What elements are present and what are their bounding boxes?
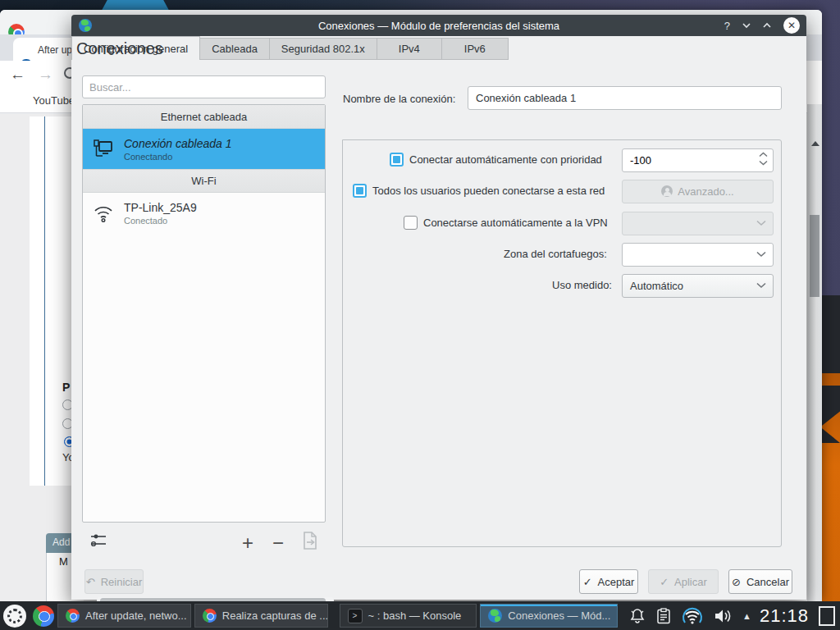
system-tray: ▲ — [629, 606, 751, 626]
connection-name: Conexión cableada 1 — [124, 137, 232, 150]
konsole-icon: > — [348, 609, 363, 623]
apply-button[interactable]: ✓ Aplicar — [648, 569, 719, 594]
reset-label: Reiniciar — [101, 576, 143, 588]
connection-name-label: Nombre de la conexión: — [343, 93, 455, 105]
back-arrow-icon[interactable]: ← — [10, 66, 25, 84]
search-placeholder: Buscar... — [89, 81, 131, 94]
connections-list: Ethernet cableada Conexión cableada 1 Co… — [82, 104, 326, 523]
configure-connections-icon[interactable] — [89, 532, 107, 550]
task-chrome-1[interactable]: After update, netwo... — [57, 604, 191, 628]
reset-button[interactable]: ↶ Reiniciar — [84, 569, 144, 594]
connection-name: TP-Link_25A9 — [124, 201, 197, 214]
browser-scrollbar-thumb[interactable] — [810, 215, 819, 297]
metered-value: Automático — [623, 275, 773, 292]
tab-ipv6[interactable]: IPv6 — [442, 38, 509, 60]
tab-ipv4[interactable]: IPv4 — [377, 38, 442, 60]
chevron-down-icon — [756, 220, 766, 226]
close-button[interactable]: ✕ — [783, 17, 800, 34]
all-users-row: Todos los usuarios pueden conectarse a e… — [353, 184, 605, 198]
dialog-title: Conexiones — Módulo de preferencias del … — [71, 20, 806, 32]
undo-icon: ↶ — [86, 576, 95, 588]
vpn-combobox[interactable] — [622, 212, 774, 235]
metered-label: Uso medido: — [552, 279, 612, 291]
tab-wired[interactable]: Cableada — [200, 38, 270, 60]
page-text-p: P — [62, 381, 70, 394]
list-group-wifi: Wi-Fi — [83, 169, 325, 193]
check-icon: ✓ — [660, 576, 669, 588]
list-item-wired-connection[interactable]: Conexión cableada 1 Conectando — [83, 129, 325, 169]
connection-status: Conectando — [124, 152, 232, 162]
priority-spinbox[interactable]: -100 — [622, 148, 774, 172]
advanced-label: Avanzado... — [678, 185, 733, 198]
task-label: Realiza capturas de ... — [222, 609, 328, 622]
priority-value: -100 — [623, 149, 773, 167]
chevron-down-icon — [756, 282, 766, 289]
metered-combobox[interactable]: Automático — [622, 274, 774, 298]
tray-expander-icon[interactable]: ▲ — [742, 611, 751, 621]
task-label: ~ : bash — Konsole — [368, 609, 462, 622]
page-text-m: M — [59, 555, 68, 568]
connection-name-input[interactable]: Conexión cableada 1 — [468, 86, 782, 110]
task-konsole[interactable]: > ~ : bash — Konsole — [340, 604, 477, 628]
connection-status: Conectado — [124, 216, 197, 226]
settings-tabs: Configuración general Cableada Seguridad… — [71, 36, 806, 60]
ethernet-icon — [89, 139, 117, 159]
spin-down-icon[interactable] — [759, 160, 768, 166]
export-connection-icon[interactable] — [302, 531, 318, 550]
add-connection-button[interactable]: + — [242, 532, 253, 555]
task-connections[interactable]: Conexiones — Mód... — [480, 604, 618, 628]
advanced-button[interactable]: Avanzado... — [622, 180, 774, 203]
spin-up-icon[interactable] — [759, 152, 768, 158]
help-button[interactable]: ? — [724, 21, 730, 31]
tab-security[interactable]: Seguridad 802.1x — [270, 38, 377, 60]
list-item-tplink[interactable]: TP-Link_25A9 Conectado — [83, 193, 325, 233]
show-desktop-button[interactable] — [819, 606, 835, 626]
cancel-icon: ⊘ — [732, 576, 741, 588]
ok-label: Aceptar — [598, 576, 635, 588]
maximize-button[interactable] — [763, 21, 771, 30]
desktop: After up ← → YouTube P Yo Add M Conexion… — [0, 0, 840, 630]
chevron-down-icon — [756, 251, 766, 258]
connection-name-value: Conexión cableada 1 — [476, 92, 576, 104]
firewall-combobox[interactable] — [622, 243, 774, 267]
autoconnect-row: Conectar automáticamente con prioridad — [390, 153, 602, 167]
apply-label: Aplicar — [674, 576, 707, 588]
app-launcher-icon[interactable] — [3, 605, 26, 628]
scroll-up-arrow-icon[interactable] — [811, 141, 819, 146]
dialog-titlebar[interactable]: Conexiones — Módulo de preferencias del … — [71, 15, 806, 36]
vpn-label: Conectarse automáticamente a la VPN — [423, 217, 608, 229]
chrome-pinned-icon[interactable] — [33, 605, 54, 627]
remove-connection-button[interactable]: − — [272, 532, 284, 555]
search-input[interactable]: Buscar... — [82, 75, 326, 98]
ok-button[interactable]: ✓ Aceptar — [579, 569, 638, 594]
list-group-ethernet: Ethernet cableada — [83, 105, 325, 129]
firewall-label: Zona del cortafuegos: — [504, 248, 607, 260]
task-label: Conexiones — Mód... — [508, 609, 610, 622]
minimize-button[interactable] — [742, 21, 751, 30]
firewall-value — [623, 244, 773, 249]
globe-icon — [488, 609, 502, 623]
vpn-value — [623, 212, 773, 217]
notifications-bell-icon[interactable] — [629, 608, 646, 624]
forward-arrow-icon[interactable]: → — [38, 66, 53, 84]
network-wifi-icon[interactable] — [682, 606, 703, 626]
all-users-checkbox[interactable] — [353, 184, 367, 198]
user-icon — [661, 185, 673, 197]
vpn-checkbox[interactable] — [404, 216, 418, 230]
autoconnect-checkbox[interactable] — [390, 153, 404, 167]
connections-dialog: Conexiones — Módulo de preferencias del … — [71, 15, 806, 600]
clipboard-icon[interactable] — [656, 608, 671, 624]
check-icon: ✓ — [583, 576, 592, 588]
browser-scrollbar[interactable] — [807, 104, 822, 601]
autoconnect-label: Conectar automáticamente con prioridad — [409, 153, 602, 166]
cancel-button[interactable]: ⊘ Cancelar — [728, 569, 792, 594]
bookmark-youtube[interactable]: YouTube — [33, 94, 75, 107]
page-title: Conexiones — [76, 39, 163, 58]
volume-icon[interactable] — [714, 608, 732, 624]
taskbar: After update, netwo... Realiza capturas … — [0, 601, 840, 630]
task-chrome-2[interactable]: Realiza capturas de ... — [194, 604, 328, 628]
chrome-icon — [203, 609, 217, 623]
browser-tab-title[interactable]: After up — [38, 44, 72, 56]
clock[interactable]: 21:18 — [760, 605, 809, 627]
cancel-label: Cancelar — [746, 576, 789, 588]
